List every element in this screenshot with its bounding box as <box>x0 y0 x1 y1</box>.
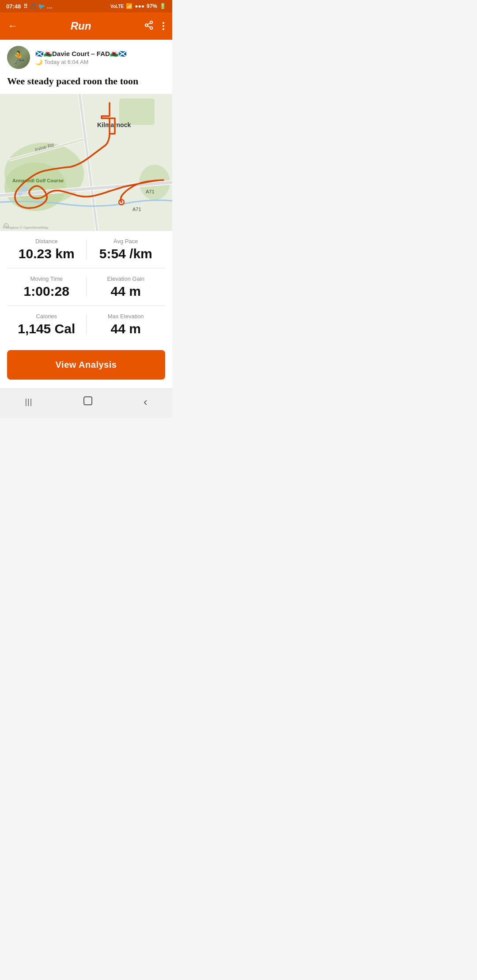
calories-value: 1,145 Cal <box>18 321 75 336</box>
bottom-nav-back[interactable]: ‹ <box>144 395 148 409</box>
post-time: 🌙 Today at 6:04 AM <box>35 59 165 65</box>
stat-elevation-gain: Elevation Gain 44 m <box>87 275 166 298</box>
svg-point-22 <box>17 191 23 196</box>
status-battery: 97% <box>147 3 157 9</box>
stat-max-elevation: Max Elevation 44 m <box>87 313 166 336</box>
status-wifi: 📶 <box>126 3 132 9</box>
svg-text:C: C <box>5 224 7 227</box>
stat-avg-pace: Avg Pace 5:54 /km <box>87 238 166 261</box>
svg-text:Annanhill Golf Course: Annanhill Golf Course <box>12 178 64 183</box>
view-analysis-button[interactable]: View Analysis <box>7 350 165 380</box>
svg-line-4 <box>148 23 150 24</box>
bottom-nav: ||| ‹ <box>0 388 172 418</box>
stats-row-1: Distance 10.23 km Avg Pace 5:54 /km <box>7 231 165 268</box>
top-nav: ← Run <box>0 12 172 40</box>
moving-time-label: Moving Time <box>30 275 63 282</box>
distance-label: Distance <box>35 238 58 245</box>
view-analysis-container: View Analysis <box>0 343 172 388</box>
stats-area: Distance 10.23 km Avg Pace 5:54 /km Movi… <box>0 231 172 343</box>
share-button[interactable] <box>144 20 154 32</box>
bottom-nav-home[interactable] <box>82 395 94 409</box>
avatar <box>7 46 30 69</box>
elevation-gain-label: Elevation Gain <box>107 275 144 282</box>
calories-label: Calories <box>36 313 57 320</box>
svg-text:© Mapbox © OpenStreetMap: © Mapbox © OpenStreetMap <box>3 226 49 230</box>
status-signal: ●●● <box>135 3 144 9</box>
svg-rect-27 <box>84 397 92 405</box>
user-header: 🏴󠁧󠁢󠁳󠁣󠁴󠁿🏴󠁧󠁢󠁷󠁬󠁳󠁿Davie Court – FAD🏴󠁧󠁢󠁷󠁬󠁳󠁿🏴󠁧… <box>0 40 172 73</box>
distance-value: 10.23 km <box>19 246 75 261</box>
map-container[interactable]: A71 A71 Irvine Rd Kilmarnock Annanhill G… <box>0 94 172 231</box>
svg-text:A71: A71 <box>132 207 141 212</box>
nav-icons <box>144 20 164 32</box>
svg-point-21 <box>21 185 28 192</box>
svg-line-3 <box>148 26 150 27</box>
post-time-text: Today at 6:04 AM <box>44 59 88 65</box>
battery-icon: 🔋 <box>159 3 166 9</box>
moving-time-value: 1:00:28 <box>24 284 69 298</box>
more-options-button[interactable] <box>163 22 164 30</box>
time-icon: 🌙 <box>35 59 42 65</box>
status-time: 07:48 <box>6 3 21 10</box>
stat-distance: Distance 10.23 km <box>7 238 86 261</box>
avg-pace-value: 5:54 /km <box>99 246 152 261</box>
max-elevation-value: 44 m <box>111 321 141 336</box>
elevation-gain-value: 44 m <box>111 284 141 298</box>
avg-pace-label: Avg Pace <box>114 238 138 245</box>
back-button[interactable]: ← <box>8 20 18 32</box>
stats-row-2: Moving Time 1:00:28 Elevation Gain 44 m <box>7 268 165 306</box>
user-name: 🏴󠁧󠁢󠁳󠁣󠁴󠁿🏴󠁧󠁢󠁷󠁬󠁳󠁿Davie Court – FAD🏴󠁧󠁢󠁷󠁬󠁳󠁿🏴󠁧… <box>35 50 165 58</box>
status-bar: 07:48 ⠿ 🎵 🐦 … VoLTE 📶 ●●● 97% 🔋 <box>0 0 172 12</box>
status-left: 07:48 ⠿ 🎵 🐦 … <box>6 3 53 10</box>
status-apps: ⠿ 🎵 🐦 … <box>23 3 53 10</box>
svg-text:A71: A71 <box>146 189 155 194</box>
run-title: Wee steady paced roon the toon <box>0 73 172 94</box>
main-content: 🏴󠁧󠁢󠁳󠁣󠁴󠁿🏴󠁧󠁢󠁷󠁬󠁳󠁿Davie Court – FAD🏴󠁧󠁢󠁷󠁬󠁳󠁿🏴󠁧… <box>0 40 172 388</box>
svg-rect-8 <box>119 98 155 125</box>
stat-moving-time: Moving Time 1:00:28 <box>7 275 86 298</box>
stat-calories: Calories 1,145 Cal <box>7 313 86 336</box>
max-elevation-label: Max Elevation <box>108 313 144 320</box>
status-right: VoLTE 📶 ●●● 97% 🔋 <box>110 3 166 9</box>
bottom-nav-menu[interactable]: ||| <box>25 397 32 407</box>
user-info: 🏴󠁧󠁢󠁳󠁣󠁴󠁿🏴󠁧󠁢󠁷󠁬󠁳󠁿Davie Court – FAD🏴󠁧󠁢󠁷󠁬󠁳󠁿🏴󠁧… <box>35 50 165 65</box>
svg-text:Kilmarnock: Kilmarnock <box>97 121 131 128</box>
page-title: Run <box>71 20 91 32</box>
status-volte: VoLTE <box>110 4 124 9</box>
stats-row-3: Calories 1,145 Cal Max Elevation 44 m <box>7 306 165 343</box>
